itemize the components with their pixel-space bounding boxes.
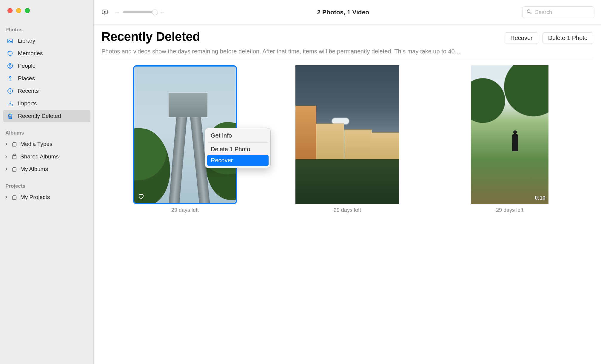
sidebar-item-label: Imports: [18, 100, 37, 107]
zoom-in-icon[interactable]: +: [160, 8, 164, 16]
days-left-label: 29 days left: [334, 207, 361, 213]
zoom-track[interactable]: [123, 11, 157, 13]
svg-rect-7: [8, 104, 13, 106]
context-menu-recover[interactable]: Recover: [207, 155, 269, 166]
sidebar-item-library[interactable]: Library: [3, 35, 90, 47]
svg-point-16: [527, 10, 530, 13]
album-stack-icon: [11, 141, 18, 148]
sidebar-item-memories[interactable]: Memories: [3, 47, 90, 60]
video-image: [471, 65, 548, 204]
maximize-window-button[interactable]: [25, 8, 30, 13]
chevron-right-icon: [4, 167, 8, 171]
sidebar-section-albums: Albums: [4, 128, 90, 138]
svg-rect-9: [13, 155, 16, 159]
context-menu-separator: [208, 142, 268, 143]
minimize-window-button[interactable]: [16, 8, 21, 13]
photo-image: [295, 65, 399, 204]
album-stack-icon: [11, 166, 18, 173]
svg-rect-8: [13, 143, 16, 146]
svg-point-10: [13, 155, 14, 156]
context-menu-delete[interactable]: Delete 1 Photo: [207, 144, 269, 155]
close-window-button[interactable]: [7, 8, 13, 13]
album-stack-icon: [11, 194, 18, 201]
content-header: Recently Deleted Recover Delete 1 Photo: [101, 30, 593, 44]
sidebar-item-label: My Albums: [20, 166, 48, 172]
chevron-right-icon: [4, 155, 8, 158]
page-title: Recently Deleted: [101, 30, 200, 44]
sidebar-item-shared-albums[interactable]: Shared Albums: [4, 150, 90, 163]
sidebar-section-photos: Photos: [4, 24, 90, 35]
sidebar-item-label: Shared Albums: [20, 153, 59, 160]
shared-album-icon: [11, 153, 18, 160]
sidebar-item-imports[interactable]: Imports: [3, 97, 90, 110]
toolbar: − + 2 Photos, 1 Video: [94, 0, 601, 25]
photo-grid: 29 days left 29 days left: [101, 58, 593, 213]
window: Photos Library Memories People Places: [0, 0, 601, 364]
content: Recently Deleted Recover Delete 1 Photo …: [94, 25, 601, 364]
svg-rect-12: [13, 168, 16, 171]
favorite-icon: [138, 193, 144, 200]
sidebar-item-recents[interactable]: Recents: [3, 85, 90, 97]
header-description: Photos and videos show the days remainin…: [101, 48, 593, 58]
svg-point-11: [15, 155, 16, 156]
sidebar-item-my-projects[interactable]: My Projects: [4, 191, 90, 203]
window-controls: [4, 4, 90, 13]
people-icon: [7, 62, 14, 70]
header-actions: Recover Delete 1 Photo: [505, 32, 593, 44]
main: − + 2 Photos, 1 Video Recently Deleted R…: [94, 0, 601, 364]
import-icon: [7, 100, 14, 107]
search-icon: [526, 9, 532, 16]
sidebar-item-label: My Projects: [20, 194, 50, 200]
memories-icon: [7, 50, 14, 57]
video-item[interactable]: 0:10 29 days left: [438, 65, 581, 213]
context-menu: Get Info Delete 1 Photo Recover: [205, 128, 271, 168]
zoom-slider[interactable]: − +: [115, 8, 164, 16]
sidebar-item-label: Memories: [18, 50, 43, 57]
clock-icon: [7, 87, 14, 95]
sidebar-item-label: Places: [18, 75, 35, 82]
svg-marker-15: [104, 11, 106, 13]
svg-point-5: [9, 77, 11, 78]
svg-point-2: [8, 51, 13, 56]
sidebar-item-my-albums[interactable]: My Albums: [4, 163, 90, 175]
sidebar-item-recently-deleted[interactable]: Recently Deleted: [3, 110, 90, 122]
zoom-out-icon[interactable]: −: [115, 8, 119, 16]
chevron-right-icon: [4, 142, 8, 146]
sidebar-section-projects: Projects: [4, 181, 90, 191]
photo-thumbnail[interactable]: [295, 65, 399, 204]
sidebar: Photos Library Memories People Places: [0, 0, 94, 364]
places-icon: [7, 75, 14, 82]
sidebar-item-media-types[interactable]: Media Types: [4, 138, 90, 150]
recover-button[interactable]: Recover: [505, 32, 538, 44]
photo-library-icon: [7, 37, 14, 44]
days-left-label: 29 days left: [496, 207, 523, 213]
svg-point-4: [9, 64, 11, 66]
sidebar-item-label: Recents: [18, 88, 39, 94]
search-field[interactable]: [522, 6, 594, 18]
photo-item[interactable]: 29 days left: [276, 65, 419, 213]
sidebar-item-label: Recently Deleted: [18, 113, 61, 119]
video-duration: 0:10: [535, 195, 545, 201]
toolbar-title: 2 Photos, 1 Video: [169, 9, 517, 16]
sidebar-item-places[interactable]: Places: [3, 72, 90, 85]
video-thumbnail[interactable]: 0:10: [471, 65, 548, 204]
trash-icon: [7, 112, 14, 120]
delete-photo-button[interactable]: Delete 1 Photo: [543, 32, 593, 44]
sidebar-item-label: Media Types: [20, 141, 52, 147]
sidebar-item-people[interactable]: People: [3, 60, 90, 72]
context-menu-get-info[interactable]: Get Info: [207, 130, 269, 141]
slideshow-button[interactable]: [100, 7, 110, 17]
chevron-right-icon: [4, 195, 8, 199]
days-left-label: 29 days left: [171, 207, 199, 213]
svg-rect-13: [13, 196, 16, 199]
sidebar-item-label: People: [18, 63, 36, 69]
zoom-thumb[interactable]: [152, 10, 158, 15]
sidebar-item-label: Library: [18, 38, 35, 44]
search-input[interactable]: [535, 9, 591, 16]
